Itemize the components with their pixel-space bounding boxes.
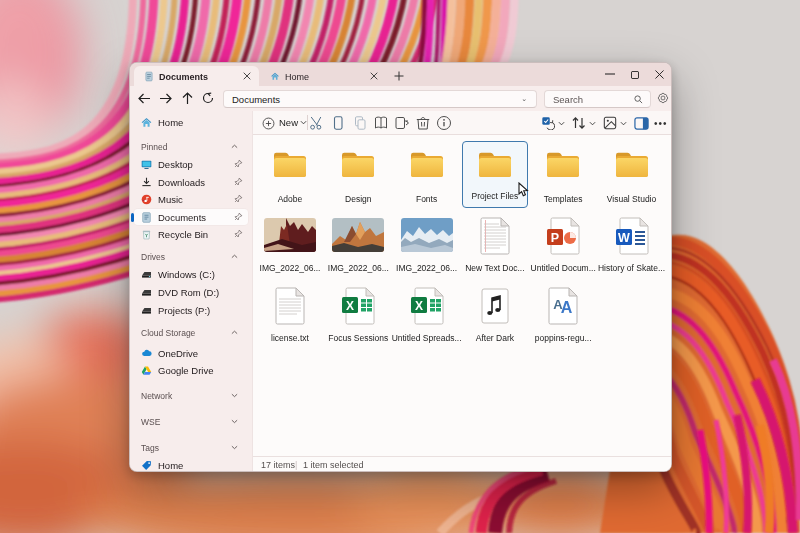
svg-text:X: X xyxy=(415,299,423,313)
svg-text:X: X xyxy=(346,299,354,313)
svg-text:P: P xyxy=(551,231,559,245)
svg-text:W: W xyxy=(618,231,630,245)
svg-text:A: A xyxy=(561,299,573,316)
